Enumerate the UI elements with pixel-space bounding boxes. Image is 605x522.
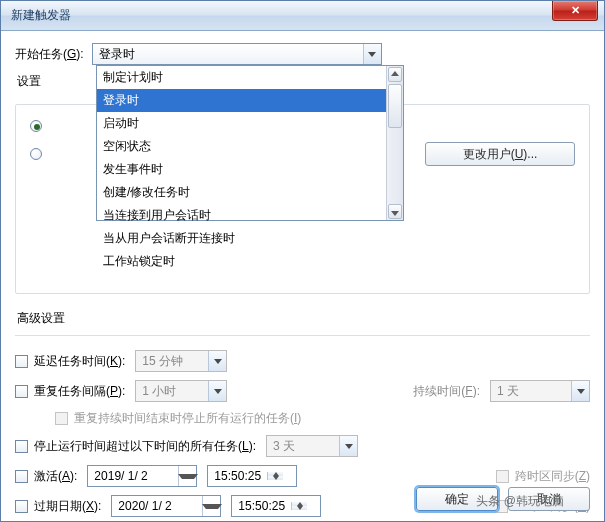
dropdown-item[interactable]: 当从用户会话断开连接时 bbox=[97, 227, 403, 250]
checkbox-box-icon bbox=[15, 500, 28, 513]
dropdown-item[interactable]: 启动时 bbox=[97, 112, 403, 135]
delay-row: 延迟任务时间(K): 15 分钟 bbox=[15, 350, 590, 372]
time-spinner[interactable] bbox=[267, 472, 283, 480]
ok-button[interactable]: 确定 bbox=[416, 487, 498, 511]
activate-date-field[interactable]: 2019/ 1/ 2 bbox=[87, 465, 197, 487]
chevron-down-icon[interactable] bbox=[571, 381, 589, 401]
checkbox-tz-sync-z: 跨时区同步(Z) bbox=[496, 468, 590, 485]
dropdown-item[interactable]: 工作站锁定时 bbox=[97, 250, 403, 273]
checkbox-stop-at-end: 重复持续时间结束时停止所有运行的任务(I) bbox=[55, 410, 301, 427]
dialog-body: 开始任务(G): 登录时 制定计划时 登录时 启动时 空闲状态 发生事件时 创建… bbox=[1, 31, 604, 522]
checkbox-box-icon bbox=[55, 412, 68, 425]
chevron-down-icon[interactable] bbox=[202, 504, 222, 509]
start-task-row: 开始任务(G): 登录时 制定计划时 登录时 启动时 空闲状态 发生事件时 创建… bbox=[15, 43, 590, 65]
checkbox-box-icon bbox=[15, 470, 28, 483]
checkbox-box-icon bbox=[15, 385, 28, 398]
close-button[interactable]: ✕ bbox=[552, 1, 598, 21]
scroll-up-button[interactable] bbox=[388, 67, 402, 82]
dropdown-item[interactable]: 发生事件时 bbox=[97, 158, 403, 181]
divider bbox=[15, 335, 590, 336]
activate-time-field[interactable]: 15:50:25 bbox=[207, 465, 297, 487]
repeat-combo[interactable]: 1 小时 bbox=[135, 380, 227, 402]
spin-down-icon[interactable] bbox=[268, 476, 283, 480]
checkbox-repeat[interactable]: 重复任务间隔(P): bbox=[15, 383, 125, 400]
checkbox-activate[interactable]: 激活(A): bbox=[15, 468, 77, 485]
start-task-dropdown[interactable]: 制定计划时 登录时 启动时 空闲状态 发生事件时 创建/修改任务时 当连接到用户… bbox=[96, 65, 404, 221]
dropdown-scrollbar[interactable] bbox=[386, 66, 403, 220]
cancel-button[interactable]: 取消 bbox=[508, 487, 590, 511]
start-task-label: 开始任务(G): bbox=[15, 46, 84, 63]
scroll-down-button[interactable] bbox=[388, 204, 402, 219]
checkbox-box-icon bbox=[496, 470, 509, 483]
expire-time-field[interactable]: 15:50:25 bbox=[231, 495, 321, 517]
radio-all-users[interactable]: 所有用户 bbox=[30, 117, 96, 134]
expire-date-field[interactable]: 2020/ 1/ 2 bbox=[111, 495, 221, 517]
start-task-combo-value: 登录时 bbox=[99, 46, 135, 63]
chevron-down-icon[interactable] bbox=[208, 381, 226, 401]
delay-combo[interactable]: 15 分钟 bbox=[135, 350, 227, 372]
checkbox-box-icon bbox=[15, 440, 28, 453]
checkbox-stop-after[interactable]: 停止运行时间超过以下时间的所有任务(L): bbox=[15, 438, 256, 455]
start-task-combo[interactable]: 登录时 bbox=[92, 43, 382, 65]
scroll-thumb[interactable] bbox=[388, 84, 402, 128]
stop-after-row: 停止运行时间超过以下时间的所有任务(L): 3 天 bbox=[15, 435, 590, 457]
duration-label: 持续时间(F): bbox=[413, 383, 480, 400]
checkbox-expire[interactable]: 过期日期(X): bbox=[15, 498, 101, 515]
dropdown-item[interactable]: 空闲状态 bbox=[97, 135, 403, 158]
dialog-window: 新建触发器 ✕ 开始任务(G): 登录时 制定计划时 登录时 启动时 空闲状态 … bbox=[0, 0, 605, 522]
stop-after-combo[interactable]: 3 天 bbox=[266, 435, 358, 457]
dropdown-item[interactable]: 登录时 bbox=[97, 89, 403, 112]
radio-dot-icon bbox=[30, 120, 42, 132]
spin-down-icon[interactable] bbox=[292, 506, 307, 510]
title-bar: 新建触发器 ✕ bbox=[1, 1, 604, 31]
dropdown-item[interactable]: 制定计划时 bbox=[97, 66, 403, 89]
activate-row: 激活(A): 2019/ 1/ 2 15:50:25 跨时区同步(Z) bbox=[15, 465, 590, 487]
stop-at-end-row: 重复持续时间结束时停止所有运行的任务(I) bbox=[15, 410, 590, 427]
duration-combo[interactable]: 1 天 bbox=[490, 380, 590, 402]
change-user-button[interactable]: 更改用户(U)... bbox=[425, 142, 575, 166]
checkbox-delay[interactable]: 延迟任务时间(K): bbox=[15, 353, 125, 370]
dropdown-item[interactable]: 当连接到用户会话时 bbox=[97, 204, 403, 227]
chevron-down-icon[interactable] bbox=[208, 351, 226, 371]
chevron-down-icon[interactable] bbox=[178, 474, 198, 479]
time-spinner[interactable] bbox=[291, 502, 307, 510]
dialog-footer: 确定 取消 bbox=[416, 487, 590, 511]
checkbox-box-icon bbox=[15, 355, 28, 368]
chevron-down-icon[interactable] bbox=[339, 436, 357, 456]
repeat-row: 重复任务间隔(P): 1 小时 持续时间(F): 1 天 bbox=[15, 380, 590, 402]
window-title: 新建触发器 bbox=[11, 7, 71, 24]
advanced-heading: 高级设置 bbox=[17, 310, 590, 327]
dropdown-item[interactable]: 创建/修改任务时 bbox=[97, 181, 403, 204]
chevron-down-icon[interactable] bbox=[363, 44, 381, 64]
radio-dot-icon bbox=[30, 148, 42, 160]
